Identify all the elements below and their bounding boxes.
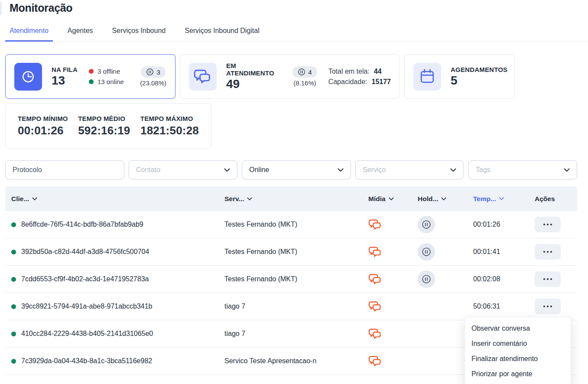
client-id: 8e6ffcde-76f5-414c-bdfb-86a7bfab9ab9 xyxy=(21,221,143,228)
chat-media-icon xyxy=(368,327,382,341)
tab-servicos-inbound-digital[interactable]: Serviços Inbound Digital xyxy=(180,23,264,42)
hold-pause-icon[interactable] xyxy=(418,243,435,260)
row-actions-button[interactable] xyxy=(535,217,561,232)
tempo-maximo-label: TEMPO MÁXIMO xyxy=(140,115,199,122)
wait-time: 00:01:26 xyxy=(473,221,535,228)
client-id: 410cc284-2229-4438-b405-2141d31065e0 xyxy=(21,330,153,338)
chevron-down-icon xyxy=(564,168,570,172)
tempo-medio-value: 592:16:19 xyxy=(78,124,130,137)
header-servico[interactable]: Serv... xyxy=(224,195,368,203)
online-status-dot xyxy=(11,250,16,254)
header-midia[interactable]: Mídia xyxy=(368,195,418,203)
row-actions-button[interactable] xyxy=(535,244,561,260)
online-status-dot xyxy=(11,359,16,364)
na-fila-value: 13 xyxy=(52,74,78,88)
service-name: Testes Fernando (MKT) xyxy=(224,275,368,283)
online-count: 13 online xyxy=(97,78,124,85)
total-on-screen-label: Total em tela: xyxy=(328,68,370,75)
tempo-minimo-value: 00:01:26 xyxy=(18,124,68,137)
card-na-fila[interactable]: NA FILA 13 3 offline 13 online 3 xyxy=(5,54,175,99)
header-tempo[interactable]: Temp... xyxy=(473,195,535,203)
contato-select[interactable]: Contato xyxy=(129,160,237,179)
chevron-down-icon xyxy=(389,197,394,201)
table-row[interactable]: 7cdd6553-cf9f-4b02-ac3d-1e471952783a Tes… xyxy=(5,266,577,293)
online-dot-icon xyxy=(89,79,94,84)
online-status-dot xyxy=(11,222,16,227)
hold-pause-icon[interactable] xyxy=(418,270,435,288)
page-title: Monitoração xyxy=(10,2,72,14)
pause-percent: (8.16%) xyxy=(293,79,316,87)
monitoring-page: Monitoração Atendimento Agentes Serviços… xyxy=(0,0,588,384)
na-fila-label: NA FILA xyxy=(52,66,78,73)
table-row[interactable]: 392bd50a-c82d-44df-a3d8-4756fc500704 Tes… xyxy=(5,238,577,266)
hold-pause-icon[interactable] xyxy=(418,216,435,233)
header-hold[interactable]: Hold... xyxy=(418,195,473,203)
pause-count: 3 xyxy=(156,68,160,76)
chevron-down-icon xyxy=(450,168,456,172)
status-select[interactable]: Online xyxy=(242,160,351,179)
pause-badge: 4 xyxy=(292,66,317,78)
chevron-down-icon xyxy=(499,197,504,200)
em-atendimento-label: EM ATENDIMENTO xyxy=(226,62,275,77)
row-actions-button[interactable] xyxy=(535,299,561,314)
menu-item-observar-conversa[interactable]: Observar conversa xyxy=(465,321,571,336)
service-name: tiago 7 xyxy=(224,330,368,338)
window-edge-fragment xyxy=(0,2,2,15)
menu-item-inserir-comentario[interactable]: Inserir comentário xyxy=(465,336,571,351)
header-cliente[interactable]: Clie... xyxy=(11,195,37,203)
client-id: 7c3929da-0a04-434b-8a1c-3bca5116e982 xyxy=(21,357,152,365)
service-name: Servico Teste Apresentacao-n xyxy=(224,357,368,365)
chat-media-icon xyxy=(368,355,382,368)
online-status-dot xyxy=(11,277,16,282)
tab-agentes[interactable]: Agentes xyxy=(63,23,97,42)
protocolo-input[interactable] xyxy=(13,166,117,174)
tempo-medio-label: TEMPO MÉDIO xyxy=(78,115,130,122)
service-name: Testes Fernando (MKT) xyxy=(224,221,368,228)
agendamentos-label: AGENDAMENTOS xyxy=(451,66,507,73)
capacity-summary: Total em tela: 44 Capacidade: 15177 xyxy=(328,68,391,86)
service-name: tiago 7 xyxy=(224,303,368,310)
capacity-label: Capacidade: xyxy=(328,78,367,86)
total-on-screen-value: 44 xyxy=(374,68,382,75)
table-row[interactable]: 39cc8921-5794-491a-abe8-971abccb341b tia… xyxy=(5,293,577,320)
status-selected-value: Online xyxy=(249,166,338,174)
wait-time: 50:06:31 xyxy=(473,303,535,310)
servico-select[interactable]: Serviço xyxy=(355,160,464,179)
chevron-down-icon xyxy=(247,197,252,201)
card-agendamentos[interactable]: AGENDAMENTOS 5 xyxy=(404,54,515,99)
online-status-dot xyxy=(11,304,16,309)
tempo-minimo-label: TEMPO MÍNIMO xyxy=(18,115,68,122)
client-id: 39cc8921-5794-491a-abe8-971abccb341b xyxy=(21,303,152,310)
card-em-atendimento[interactable]: EM ATENDIMENTO 49 4 (8.16%) Total em tel… xyxy=(180,54,400,99)
service-name: Testes Fernando (MKT) xyxy=(224,248,368,256)
pause-circle-icon xyxy=(146,68,154,76)
menu-item-priorizar-por-agente[interactable]: Priorizar por agente xyxy=(465,366,571,381)
tab-atendimento[interactable]: Atendimento xyxy=(5,23,53,42)
tab-servicos-inbound[interactable]: Serviços Inbound xyxy=(108,23,170,42)
tempo-maximo-value: 1821:50:28 xyxy=(140,124,199,137)
chevron-down-icon xyxy=(32,197,37,201)
row-actions-context-menu: Observar conversa Inserir comentário Fin… xyxy=(465,317,571,384)
capacity-value: 15177 xyxy=(372,78,391,86)
menu-item-finalizar-atendimento[interactable]: Finalizar atendimento xyxy=(465,351,571,366)
chat-media-icon xyxy=(368,245,382,259)
protocolo-input-wrap xyxy=(5,160,124,179)
contato-placeholder: Contato xyxy=(136,166,224,174)
chat-media-icon xyxy=(368,273,382,286)
chevron-down-icon xyxy=(224,168,230,172)
tags-placeholder: Tags xyxy=(476,166,564,174)
pause-percent: (23.08%) xyxy=(140,79,166,87)
client-id: 392bd50a-c82d-44df-a3d8-4756fc500704 xyxy=(21,248,149,256)
clock-icon xyxy=(14,63,42,91)
online-status-dot xyxy=(11,332,16,336)
pause-count: 4 xyxy=(308,68,312,76)
servico-placeholder: Serviço xyxy=(363,166,450,174)
tags-select[interactable]: Tags xyxy=(468,160,577,179)
row-actions-button[interactable] xyxy=(535,271,561,287)
offline-count: 3 offline xyxy=(97,68,120,75)
pause-circle-icon xyxy=(298,68,305,76)
chevron-down-icon xyxy=(338,168,344,172)
table-header: Clie... Serv... Mídia Hold... Temp... Aç… xyxy=(5,186,577,211)
table-row[interactable]: 8e6ffcde-76f5-414c-bdfb-86a7bfab9ab9 Tes… xyxy=(5,211,577,238)
chevron-down-icon xyxy=(441,197,446,201)
